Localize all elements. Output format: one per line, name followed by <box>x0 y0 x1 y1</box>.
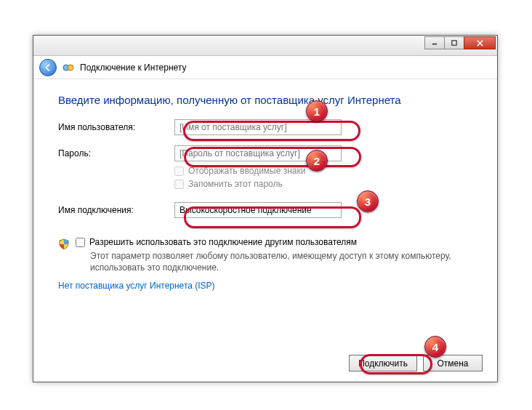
svg-point-5 <box>68 65 73 71</box>
password-input[interactable] <box>174 145 342 161</box>
connection-name-label: Имя подключения: <box>58 205 174 215</box>
allow-others-description: Этот параметр позволяет любому пользоват… <box>76 250 472 273</box>
no-isp-link[interactable]: Нет поставщика услуг Интернета (ISP) <box>58 281 215 291</box>
wizard-icon <box>63 62 74 73</box>
allow-others-checkbox[interactable] <box>76 238 85 247</box>
username-input[interactable] <box>174 119 342 135</box>
page-heading: Введите информацию, полученную от постав… <box>58 94 472 106</box>
password-label: Пароль: <box>58 148 174 158</box>
nav-bar: Подключение к Интернету <box>33 56 497 79</box>
window-title: Подключение к Интернету <box>80 63 187 73</box>
titlebar <box>33 36 497 56</box>
username-label: Имя пользователя: <box>58 122 174 132</box>
maximize-button[interactable] <box>444 36 464 49</box>
wizard-window: Подключение к Интернету Введите информац… <box>33 35 498 382</box>
content-area: Введите информацию, полученную от постав… <box>33 79 497 291</box>
shield-icon <box>58 238 70 250</box>
close-button[interactable] <box>464 36 496 49</box>
remember-password-checkbox[interactable] <box>174 180 184 189</box>
connect-button[interactable]: Подключить <box>349 355 417 371</box>
svg-rect-1 <box>452 41 456 45</box>
allow-others-label: Разрешить использовать это подключение д… <box>89 237 357 247</box>
connection-name-input[interactable] <box>174 202 342 218</box>
footer: Подключить Отмена <box>349 355 483 371</box>
show-chars-label: Отображать вводимые знаки <box>188 166 305 176</box>
show-chars-checkbox[interactable] <box>174 166 184 176</box>
back-button[interactable] <box>39 59 57 76</box>
cancel-button[interactable]: Отмена <box>423 355 483 371</box>
remember-password-label: Запомнить этот пароль <box>188 179 283 189</box>
minimize-button[interactable] <box>424 36 445 49</box>
